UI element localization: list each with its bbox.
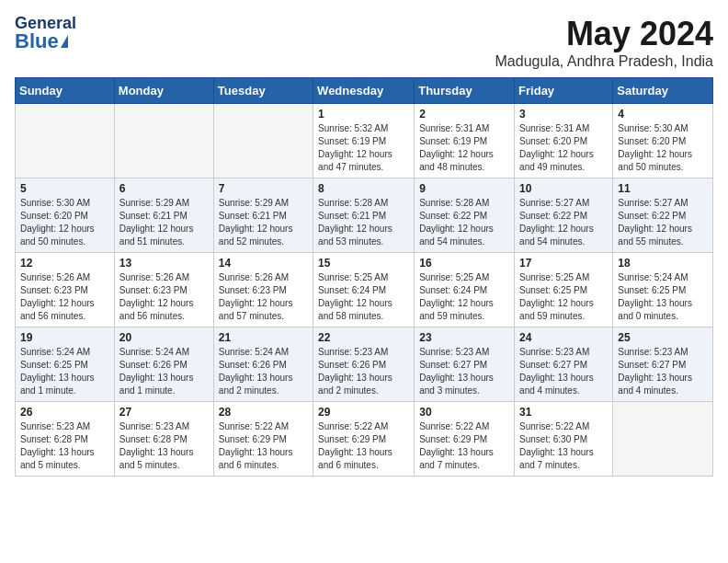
calendar-title-block: May 2024 Madugula, Andhra Pradesh, India <box>495 15 714 70</box>
calendar-cell: 29Sunrise: 5:22 AM Sunset: 6:29 PM Dayli… <box>313 402 415 477</box>
cell-sun-info: Sunrise: 5:22 AM Sunset: 6:29 PM Dayligh… <box>318 420 409 472</box>
calendar-cell: 21Sunrise: 5:24 AM Sunset: 6:26 PM Dayli… <box>213 327 313 402</box>
calendar-table: SundayMondayTuesdayWednesdayThursdayFrid… <box>15 77 713 477</box>
cell-sun-info: Sunrise: 5:22 AM Sunset: 6:29 PM Dayligh… <box>419 420 509 472</box>
cell-date-number: 11 <box>618 182 708 195</box>
calendar-cell: 17Sunrise: 5:25 AM Sunset: 6:25 PM Dayli… <box>515 253 613 327</box>
cell-sun-info: Sunrise: 5:30 AM Sunset: 6:20 PM Dayligh… <box>20 197 109 248</box>
cell-sun-info: Sunrise: 5:23 AM Sunset: 6:26 PM Dayligh… <box>318 346 409 397</box>
calendar-cell: 12Sunrise: 5:26 AM Sunset: 6:23 PM Dayli… <box>16 253 115 327</box>
weekday-header-thursday: Thursday <box>415 78 515 104</box>
cell-sun-info: Sunrise: 5:25 AM Sunset: 6:25 PM Dayligh… <box>519 271 608 323</box>
cell-date-number: 1 <box>318 108 409 121</box>
cell-sun-info: Sunrise: 5:29 AM Sunset: 6:21 PM Dayligh… <box>119 197 209 248</box>
calendar-week-row: 12Sunrise: 5:26 AM Sunset: 6:23 PM Dayli… <box>16 253 713 327</box>
cell-sun-info: Sunrise: 5:32 AM Sunset: 6:19 PM Dayligh… <box>318 122 409 174</box>
cell-date-number: 25 <box>618 331 708 344</box>
calendar-cell: 22Sunrise: 5:23 AM Sunset: 6:26 PM Dayli… <box>313 327 415 402</box>
cell-date-number: 27 <box>119 406 209 419</box>
calendar-week-row: 1Sunrise: 5:32 AM Sunset: 6:19 PM Daylig… <box>16 104 713 178</box>
cell-sun-info: Sunrise: 5:23 AM Sunset: 6:28 PM Dayligh… <box>20 420 109 472</box>
cell-date-number: 10 <box>519 182 608 195</box>
calendar-cell: 16Sunrise: 5:25 AM Sunset: 6:24 PM Dayli… <box>415 253 515 327</box>
logo-blue-text: Blue <box>15 31 59 52</box>
cell-date-number: 22 <box>318 331 409 344</box>
calendar-cell: 2Sunrise: 5:31 AM Sunset: 6:19 PM Daylig… <box>415 104 515 178</box>
cell-date-number: 2 <box>419 108 509 121</box>
cell-sun-info: Sunrise: 5:24 AM Sunset: 6:26 PM Dayligh… <box>119 346 209 397</box>
cell-date-number: 23 <box>419 331 509 344</box>
cell-date-number: 17 <box>519 257 608 270</box>
calendar-cell: 31Sunrise: 5:22 AM Sunset: 6:30 PM Dayli… <box>515 402 613 477</box>
cell-date-number: 6 <box>119 182 209 195</box>
cell-date-number: 28 <box>219 406 308 419</box>
cell-date-number: 21 <box>219 331 308 344</box>
cell-date-number: 7 <box>219 182 308 195</box>
page-header: General Blue May 2024 Madugula, Andhra P… <box>15 15 713 70</box>
cell-sun-info: Sunrise: 5:31 AM Sunset: 6:20 PM Dayligh… <box>519 122 608 174</box>
calendar-cell: 6Sunrise: 5:29 AM Sunset: 6:21 PM Daylig… <box>114 178 213 253</box>
calendar-cell: 25Sunrise: 5:23 AM Sunset: 6:27 PM Dayli… <box>613 327 713 402</box>
weekday-header-wednesday: Wednesday <box>313 78 415 104</box>
cell-sun-info: Sunrise: 5:24 AM Sunset: 6:26 PM Dayligh… <box>219 346 308 397</box>
weekday-header-row: SundayMondayTuesdayWednesdayThursdayFrid… <box>16 78 713 104</box>
calendar-cell: 30Sunrise: 5:22 AM Sunset: 6:29 PM Dayli… <box>415 402 515 477</box>
cell-date-number: 18 <box>618 257 708 270</box>
calendar-cell <box>114 104 213 178</box>
logo-triangle-icon <box>61 35 68 48</box>
cell-sun-info: Sunrise: 5:23 AM Sunset: 6:28 PM Dayligh… <box>119 420 209 472</box>
cell-date-number: 3 <box>519 108 608 121</box>
calendar-cell: 3Sunrise: 5:31 AM Sunset: 6:20 PM Daylig… <box>515 104 613 178</box>
calendar-cell: 5Sunrise: 5:30 AM Sunset: 6:20 PM Daylig… <box>16 178 115 253</box>
calendar-cell <box>213 104 313 178</box>
cell-sun-info: Sunrise: 5:27 AM Sunset: 6:22 PM Dayligh… <box>618 197 708 248</box>
calendar-cell: 1Sunrise: 5:32 AM Sunset: 6:19 PM Daylig… <box>313 104 415 178</box>
calendar-cell: 19Sunrise: 5:24 AM Sunset: 6:25 PM Dayli… <box>16 327 115 402</box>
cell-date-number: 26 <box>20 406 109 419</box>
location-subtitle: Madugula, Andhra Pradesh, India <box>495 53 714 70</box>
cell-date-number: 24 <box>519 331 608 344</box>
cell-sun-info: Sunrise: 5:31 AM Sunset: 6:19 PM Dayligh… <box>419 122 509 174</box>
calendar-cell: 27Sunrise: 5:23 AM Sunset: 6:28 PM Dayli… <box>114 402 213 477</box>
cell-sun-info: Sunrise: 5:30 AM Sunset: 6:20 PM Dayligh… <box>618 122 708 174</box>
calendar-cell: 15Sunrise: 5:25 AM Sunset: 6:24 PM Dayli… <box>313 253 415 327</box>
calendar-cell <box>613 402 713 477</box>
calendar-cell: 11Sunrise: 5:27 AM Sunset: 6:22 PM Dayli… <box>613 178 713 253</box>
calendar-cell: 4Sunrise: 5:30 AM Sunset: 6:20 PM Daylig… <box>613 104 713 178</box>
cell-sun-info: Sunrise: 5:22 AM Sunset: 6:30 PM Dayligh… <box>519 420 608 472</box>
weekday-header-sunday: Sunday <box>16 78 115 104</box>
cell-sun-info: Sunrise: 5:25 AM Sunset: 6:24 PM Dayligh… <box>419 271 509 323</box>
cell-date-number: 20 <box>119 331 209 344</box>
calendar-cell: 24Sunrise: 5:23 AM Sunset: 6:27 PM Dayli… <box>515 327 613 402</box>
calendar-cell: 23Sunrise: 5:23 AM Sunset: 6:27 PM Dayli… <box>415 327 515 402</box>
cell-date-number: 5 <box>20 182 109 195</box>
cell-date-number: 30 <box>419 406 509 419</box>
calendar-cell: 14Sunrise: 5:26 AM Sunset: 6:23 PM Dayli… <box>213 253 313 327</box>
cell-sun-info: Sunrise: 5:27 AM Sunset: 6:22 PM Dayligh… <box>519 197 608 248</box>
cell-date-number: 4 <box>618 108 708 121</box>
cell-date-number: 19 <box>20 331 109 344</box>
calendar-cell: 13Sunrise: 5:26 AM Sunset: 6:23 PM Dayli… <box>114 253 213 327</box>
weekday-header-tuesday: Tuesday <box>213 78 313 104</box>
calendar-cell: 28Sunrise: 5:22 AM Sunset: 6:29 PM Dayli… <box>213 402 313 477</box>
cell-sun-info: Sunrise: 5:24 AM Sunset: 6:25 PM Dayligh… <box>20 346 109 397</box>
cell-sun-info: Sunrise: 5:23 AM Sunset: 6:27 PM Dayligh… <box>419 346 509 397</box>
cell-date-number: 15 <box>318 257 409 270</box>
cell-date-number: 14 <box>219 257 308 270</box>
cell-date-number: 31 <box>519 406 608 419</box>
calendar-cell: 26Sunrise: 5:23 AM Sunset: 6:28 PM Dayli… <box>16 402 115 477</box>
calendar-week-row: 5Sunrise: 5:30 AM Sunset: 6:20 PM Daylig… <box>16 178 713 253</box>
cell-sun-info: Sunrise: 5:28 AM Sunset: 6:22 PM Dayligh… <box>419 197 509 248</box>
cell-date-number: 8 <box>318 182 409 195</box>
cell-sun-info: Sunrise: 5:22 AM Sunset: 6:29 PM Dayligh… <box>219 420 308 472</box>
cell-date-number: 9 <box>419 182 509 195</box>
weekday-header-friday: Friday <box>515 78 613 104</box>
cell-sun-info: Sunrise: 5:23 AM Sunset: 6:27 PM Dayligh… <box>618 346 708 397</box>
calendar-week-row: 19Sunrise: 5:24 AM Sunset: 6:25 PM Dayli… <box>16 327 713 402</box>
cell-sun-info: Sunrise: 5:26 AM Sunset: 6:23 PM Dayligh… <box>119 271 209 323</box>
cell-sun-info: Sunrise: 5:26 AM Sunset: 6:23 PM Dayligh… <box>219 271 308 323</box>
calendar-cell <box>16 104 115 178</box>
weekday-header-saturday: Saturday <box>613 78 713 104</box>
cell-sun-info: Sunrise: 5:24 AM Sunset: 6:25 PM Dayligh… <box>618 271 708 323</box>
calendar-cell: 8Sunrise: 5:28 AM Sunset: 6:21 PM Daylig… <box>313 178 415 253</box>
